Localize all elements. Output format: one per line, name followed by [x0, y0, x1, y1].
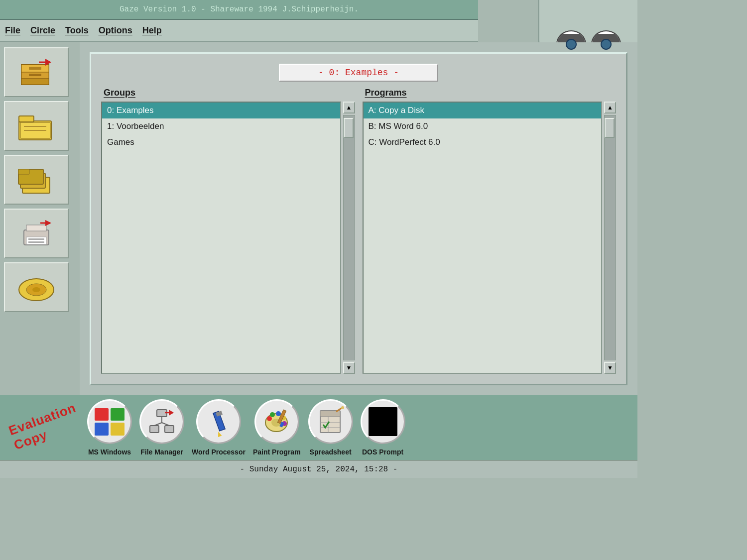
svg-rect-18 [26, 237, 46, 244]
groups-header: Groups [101, 87, 355, 99]
programs-section: Programs A: Copy a Disk B: MS Word 6.0 C… [363, 87, 617, 374]
programs-scroll-track[interactable] [604, 115, 616, 360]
ms-windows-button[interactable]: MS Windows [87, 399, 132, 456]
svg-rect-27 [165, 426, 174, 433]
sidebar-btn-1[interactable] [4, 47, 69, 97]
main-window: - 0: Examples - Groups 0: Examples 1: Vo… [90, 52, 627, 385]
paint-program-icon [260, 406, 293, 438]
ms-windows-label: MS Windows [88, 448, 131, 456]
svg-rect-5 [29, 74, 41, 76]
group-item-1[interactable]: 1: Voorbeelden [102, 118, 340, 134]
paint-program-icon-circle [254, 399, 299, 444]
group-item-games[interactable]: Games [102, 134, 340, 150]
left-pupil [566, 39, 577, 50]
datetime-text: - Sunday August 25, 2024, 15:28 - [240, 465, 398, 474]
svg-rect-8 [19, 116, 34, 122]
eval-watermark: EvaluationCopy [10, 412, 75, 443]
programs-header: Programs [363, 87, 617, 99]
sidebar-btn-5[interactable] [4, 262, 69, 312]
lists-container: Groups 0: Examples 1: Voorbeelden Games … [101, 87, 616, 374]
win-sq-green [111, 408, 124, 421]
svg-marker-33 [217, 431, 222, 437]
win-sq-yellow [111, 423, 124, 436]
svg-rect-20 [28, 241, 44, 243]
dos-prompt-icon [369, 407, 397, 436]
file-manager-label: File Manager [140, 448, 183, 456]
dos-prompt-icon-circle [361, 399, 405, 444]
svg-point-24 [32, 287, 40, 292]
menu-options[interactable]: Options [99, 25, 132, 36]
ms-windows-icon [95, 408, 124, 436]
svg-point-39 [276, 411, 281, 416]
win-sq-blue [95, 423, 109, 436]
file-manager-icon-circle [139, 399, 184, 444]
dos-prompt-button[interactable]: DOS Prompt [361, 399, 405, 456]
spreadsheet-label: Spreadsheet [310, 448, 352, 456]
word-processor-label: Word Processor [192, 448, 246, 456]
svg-rect-26 [150, 426, 159, 433]
sidebar-btn-3[interactable] [4, 155, 69, 205]
taskbar: EvaluationCopy MS Windows [0, 395, 637, 460]
groups-scroll-up[interactable]: ▲ [343, 102, 355, 113]
svg-rect-17 [26, 225, 46, 231]
datetime-bar: - Sunday August 25, 2024, 15:28 - [0, 460, 637, 478]
title-text: Gaze Version 1.0 - Shareware 1994 J.Schi… [120, 5, 359, 14]
svg-rect-15 [18, 169, 29, 174]
menu-help[interactable]: Help [142, 25, 162, 36]
right-pupil [601, 39, 612, 50]
menu-bar: File Circle Tools Options Help [0, 20, 478, 42]
sidebar-btn-4[interactable] [4, 209, 69, 258]
svg-rect-3 [21, 79, 49, 85]
eval-text: EvaluationCopy [6, 402, 78, 453]
paint-program-button[interactable]: Paint Program [253, 399, 301, 456]
programs-scrollbar: ▲ ▼ [604, 102, 616, 374]
spreadsheet-icon-circle [308, 399, 353, 444]
groups-list: 0: Examples 1: Voorbeelden Games [101, 102, 341, 374]
groups-scroll-down[interactable]: ▼ [343, 362, 355, 374]
menu-circle[interactable]: Circle [30, 25, 55, 36]
svg-rect-4 [29, 67, 41, 70]
ms-windows-icon-circle [87, 399, 132, 444]
groups-list-area: 0: Examples 1: Voorbeelden Games ▲ ▼ [101, 102, 355, 374]
group-item-0[interactable]: 0: Examples [102, 103, 340, 118]
programs-list-area: A: Copy a Disk B: MS Word 6.0 C: WordPer… [363, 102, 617, 374]
spreadsheet-button[interactable]: Spreadsheet [308, 399, 353, 456]
file-manager-icon [146, 406, 178, 438]
svg-point-50 [341, 406, 344, 409]
sidebar-btn-2[interactable] [4, 101, 69, 151]
svg-point-38 [270, 412, 275, 417]
dos-prompt-label: DOS Prompt [362, 448, 403, 456]
program-item-a[interactable]: A: Copy a Disk [364, 103, 602, 118]
group-title: - 0: Examples - [279, 64, 438, 82]
paint-program-label: Paint Program [253, 448, 301, 456]
groups-scroll-track[interactable] [343, 115, 355, 360]
groups-scroll-thumb[interactable] [344, 118, 354, 138]
title-bar: Gaze Version 1.0 - Shareware 1994 J.Schi… [0, 0, 478, 20]
groups-scrollbar: ▲ ▼ [343, 102, 355, 374]
file-manager-button[interactable]: File Manager [139, 399, 184, 456]
programs-scroll-down[interactable]: ▼ [604, 362, 616, 374]
word-processor-icon [202, 406, 235, 438]
program-item-c[interactable]: C: WordPerfect 6.0 [364, 134, 602, 150]
sidebar [0, 42, 80, 401]
programs-scroll-up[interactable]: ▲ [604, 102, 616, 113]
menu-tools[interactable]: Tools [65, 25, 89, 36]
main-area: - 0: Examples - Groups 0: Examples 1: Vo… [80, 42, 637, 395]
groups-section: Groups 0: Examples 1: Voorbeelden Games … [101, 87, 355, 374]
spreadsheet-icon [314, 406, 347, 438]
win-sq-red [95, 408, 109, 421]
menu-file[interactable]: File [5, 25, 20, 36]
word-processor-button[interactable]: Word Processor [192, 399, 246, 456]
word-processor-icon-circle [196, 399, 241, 444]
programs-scroll-thumb[interactable] [605, 118, 615, 138]
program-item-b[interactable]: B: MS Word 6.0 [364, 118, 602, 134]
programs-list: A: Copy a Disk B: MS Word 6.0 C: WordPer… [363, 102, 603, 374]
svg-rect-19 [28, 238, 44, 240]
svg-point-37 [267, 416, 272, 421]
